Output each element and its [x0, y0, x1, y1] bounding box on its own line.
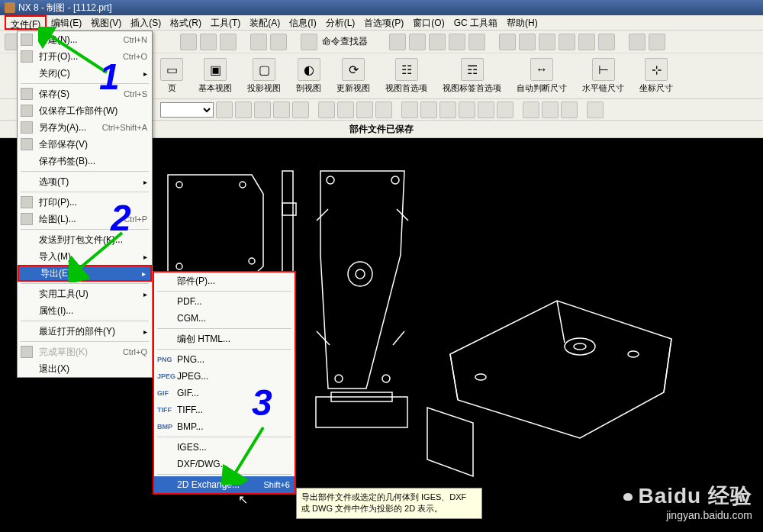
- ribbon-item[interactable]: ⊢水平链尺寸: [582, 58, 624, 94]
- ribbon-item[interactable]: ▢投影视图: [247, 58, 281, 94]
- tb-icon[interactable]: [429, 34, 446, 50]
- tb-icon[interactable]: [200, 34, 217, 50]
- file-menu-item[interactable]: 新建(N)...Ctrl+N: [18, 31, 152, 48]
- tb-sm-icon[interactable]: [542, 102, 559, 118]
- export-submenu: 部件(P)...PDF...CGM...编创 HTML...PNGPNG...J…: [153, 271, 296, 495]
- tb-finder-icon[interactable]: [301, 34, 317, 50]
- export-submenu-item[interactable]: PNGPNG...: [154, 351, 295, 368]
- tb-icon[interactable]: [578, 34, 595, 50]
- submenu-label: BMP...: [177, 421, 203, 432]
- tb-sm-icon[interactable]: [337, 102, 354, 118]
- ribbon-item[interactable]: ▭页: [160, 58, 183, 94]
- file-menu-item[interactable]: 属性(I)...: [18, 302, 152, 319]
- ribbon-item[interactable]: ◐剖视图: [296, 58, 321, 94]
- tb-icon[interactable]: [598, 34, 615, 50]
- file-menu-item[interactable]: 实用工具(U)▸: [18, 285, 152, 302]
- tb-sm-icon[interactable]: [235, 102, 252, 118]
- file-menu-item[interactable]: 保存书签(B)...: [18, 153, 152, 169]
- menu-10[interactable]: 窗口(O): [408, 15, 449, 30]
- tb-sm-icon[interactable]: [216, 102, 233, 118]
- file-menu-item[interactable]: 全部保存(V): [18, 136, 152, 153]
- tb-sm-icon[interactable]: [561, 102, 578, 118]
- ribbon-item[interactable]: ☷视图首选项: [385, 58, 427, 94]
- submenu-label: DXF/DWG...: [177, 459, 228, 469]
- file-menu-item[interactable]: 导入(M)▸: [18, 248, 152, 265]
- tb-sm-icon[interactable]: [587, 102, 604, 118]
- export-submenu-item[interactable]: BMPBMP...: [154, 418, 295, 435]
- file-menu-item[interactable]: 绘图(L)...Ctrl+P: [18, 211, 152, 227]
- menu-11[interactable]: GC 工具箱: [449, 15, 502, 30]
- tb-redo-icon[interactable]: [270, 34, 287, 50]
- tb-sm-icon[interactable]: [318, 102, 335, 118]
- file-menu-item[interactable]: 最近打开的部件(Y)▸: [18, 323, 152, 340]
- tb-icon[interactable]: [629, 34, 645, 50]
- menu-4[interactable]: 格式(R): [166, 15, 206, 30]
- tb-sm-icon[interactable]: [439, 102, 456, 118]
- tb-icon[interactable]: [220, 34, 237, 50]
- menu-5[interactable]: 工具(T): [206, 15, 245, 30]
- file-menu-item[interactable]: 发送到打包文件(K)...: [18, 231, 152, 248]
- tb-icon[interactable]: [449, 34, 465, 50]
- ribbon-item[interactable]: ⊹坐标尺寸: [639, 58, 673, 94]
- ribbon-item[interactable]: ☶视图标签首选项: [443, 58, 501, 94]
- tb-icon[interactable]: [409, 34, 426, 50]
- tb-sm-icon[interactable]: [254, 102, 271, 118]
- export-submenu-item[interactable]: 编创 HTML...: [154, 330, 295, 347]
- tb-icon[interactable]: [519, 34, 536, 50]
- menu-3[interactable]: 插入(S): [126, 15, 166, 30]
- tb-sm-icon[interactable]: [401, 102, 418, 118]
- export-submenu-item[interactable]: 部件(P)...: [154, 272, 295, 289]
- menu-12[interactable]: 帮助(H): [502, 15, 542, 30]
- svg-point-15: [565, 338, 595, 355]
- tb-sm-icon[interactable]: [478, 102, 494, 118]
- export-submenu-item[interactable]: GIFGIF...: [154, 385, 295, 401]
- menu-1[interactable]: 编辑(E): [47, 15, 86, 30]
- tb-sm-icon[interactable]: [356, 102, 373, 118]
- export-submenu-item[interactable]: PDF...: [154, 293, 295, 310]
- ribbon-label: 水平链尺寸: [582, 82, 624, 94]
- tb-sm-icon[interactable]: [497, 102, 513, 118]
- svg-point-11: [348, 262, 372, 286]
- ribbon-item[interactable]: ⟳更新视图: [336, 58, 370, 94]
- tb-sm-icon[interactable]: [292, 102, 309, 118]
- tb-sm-icon[interactable]: [420, 102, 437, 118]
- menu-8[interactable]: 分析(L): [321, 15, 360, 30]
- export-submenu-item[interactable]: 2D Exchange...Shift+6: [154, 476, 295, 493]
- tb-sm-icon[interactable]: [375, 102, 392, 118]
- tb-icon[interactable]: [468, 34, 485, 50]
- file-menu-item[interactable]: 打开(O)...Ctrl+O: [18, 48, 152, 65]
- tb-icon[interactable]: [539, 34, 555, 50]
- export-submenu-item[interactable]: IGES...: [154, 439, 295, 456]
- menu-2[interactable]: 视图(V): [86, 15, 126, 30]
- file-menu-item[interactable]: 仅保存工作部件(W): [18, 102, 152, 119]
- tb-save-icon[interactable]: [389, 34, 406, 50]
- ribbon-item[interactable]: ▣基本视图: [198, 58, 232, 94]
- export-submenu-item[interactable]: DXF/DWG...: [154, 456, 295, 472]
- export-submenu-item[interactable]: CGM...: [154, 310, 295, 327]
- export-submenu-item[interactable]: JPEGJPEG...: [154, 368, 295, 385]
- file-menu-item[interactable]: 关闭(C)▸: [18, 65, 152, 82]
- file-menu-item[interactable]: 导出(E)▸: [18, 265, 152, 282]
- tb-sm-icon[interactable]: [273, 102, 290, 118]
- tb-icon[interactable]: [649, 34, 665, 50]
- tb-icon[interactable]: [559, 34, 575, 50]
- menu-9[interactable]: 首选项(P): [359, 15, 408, 30]
- ribbon-item[interactable]: ↔自动判断尺寸: [517, 58, 567, 94]
- file-menu-item[interactable]: 退出(X): [18, 360, 152, 377]
- export-submenu-item[interactable]: TIFFTIFF...: [154, 401, 295, 418]
- file-menu-item[interactable]: 打印(P)...: [18, 194, 152, 211]
- menu-7[interactable]: 信息(I): [285, 15, 320, 30]
- tb-sm-icon[interactable]: [523, 102, 539, 118]
- svg-point-16: [574, 343, 586, 350]
- file-menu-item[interactable]: 另存为(A)...Ctrl+Shift+A: [18, 119, 152, 136]
- tb-icon[interactable]: [499, 34, 516, 50]
- tb-sm-icon[interactable]: [459, 102, 475, 118]
- menu-0[interactable]: 文件(F): [5, 15, 47, 30]
- tb-icon[interactable]: [180, 34, 197, 50]
- selection-filter-dropdown[interactable]: [160, 102, 214, 118]
- file-menu-item[interactable]: 选项(T)▸: [18, 173, 152, 190]
- format-icon: BMP: [157, 421, 171, 432]
- file-menu-item[interactable]: 保存(S)Ctrl+S: [18, 85, 152, 102]
- menu-6[interactable]: 装配(A): [245, 15, 285, 30]
- tb-undo-icon[interactable]: [250, 34, 267, 50]
